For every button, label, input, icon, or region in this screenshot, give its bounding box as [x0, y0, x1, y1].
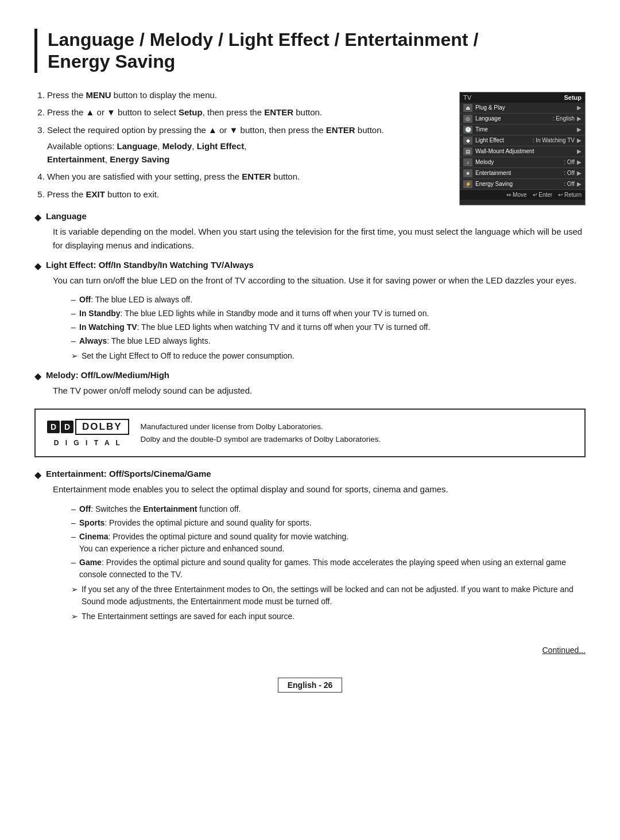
note-arrow-icon-2: ➢ — [71, 584, 78, 596]
step-5: Press the EXIT button to exit. — [47, 188, 442, 201]
light-effect-note: ➢ Set the Light Effect to Off to reduce … — [53, 350, 586, 362]
menu-row-light-effect: ◆ Light Effect : In Watching TV ▶ — [460, 135, 585, 146]
list-item: Game: Provides the optimal picture and s… — [71, 557, 586, 581]
step-1: Press the MENU button to display the men… — [47, 89, 442, 102]
note-arrow-icon-3: ➢ — [71, 610, 78, 623]
dolby-logo: D D DOLBY D I G I T A L — [47, 419, 129, 447]
page-title: Language / Melody / Light Effect / Enter… — [34, 29, 586, 73]
list-item: In Standby: The blue LED lights while in… — [71, 308, 586, 320]
dolby-double-d: D D — [47, 421, 73, 433]
entertainment-icon: ★ — [463, 169, 472, 177]
tv-menu-header: TV Setup — [460, 92, 585, 103]
dolby-wordmark: DOLBY — [75, 419, 129, 435]
menu-row-plug-play: ⏏ Plug & Play ▶ — [460, 103, 585, 114]
list-item: In Watching TV: The blue LED lights when… — [71, 321, 586, 333]
language-title: Language — [46, 211, 87, 221]
entertainment-intro: Entertainment mode enables you to select… — [53, 483, 586, 496]
list-item: Always: The blue LED always lights. — [71, 335, 586, 347]
list-item: Cinema: Provides the optimal picture and… — [71, 531, 586, 555]
page-number: English - 26 — [278, 678, 343, 693]
tv-menu-screenshot: TV Setup ⏏ Plug & Play ▶ ◎ Language : En… — [459, 92, 586, 206]
melody-icon: ♪ — [463, 158, 472, 166]
dolby-description: Manufactured under license from Dolby La… — [141, 421, 381, 445]
dolby-digital-text: D I G I T A L — [54, 439, 122, 447]
list-item: Off: Switches the Entertainment function… — [71, 503, 586, 515]
wall-mount-icon: ▤ — [463, 147, 472, 155]
entertainment-section: ◆ Entertainment: Off/Sports/Cinema/Game … — [34, 469, 586, 622]
menu-row-energy-saving: ⚡ Energy Saving : Off ▶ — [460, 179, 585, 190]
entertainment-note-1: ➢ If you set any of the three Entertainm… — [53, 584, 586, 608]
list-item: Sports: Provides the optimal picture and… — [71, 517, 586, 529]
step-2: Press the ▲ or ▼ button to select Setup,… — [47, 106, 442, 119]
step-4: When you are satisfied with your setting… — [47, 170, 442, 184]
light-effect-title: Light Effect: Off/In Standby/In Watching… — [46, 260, 254, 270]
diamond-icon-2: ◆ — [34, 260, 41, 271]
energy-saving-icon: ⚡ — [463, 180, 472, 188]
menu-row-entertainment: ★ Entertainment : Off ▶ — [460, 168, 585, 179]
tv-menu-footer: ⇔ Move ↵ Enter ↩ Return — [460, 190, 585, 200]
language-icon: ◎ — [463, 115, 472, 123]
note-arrow-icon: ➢ — [71, 350, 78, 362]
instructions-section: Press the MENU button to display the men… — [34, 89, 442, 206]
language-section: ◆ Language It is variable depending on t… — [34, 211, 586, 252]
diamond-icon-4: ◆ — [34, 469, 41, 480]
melody-title: Melody: Off/Low/Medium/High — [46, 370, 169, 380]
light-effect-icon: ◆ — [463, 137, 472, 145]
step-3: Select the required option by pressing t… — [47, 124, 442, 166]
light-effect-section: ◆ Light Effect: Off/In Standby/In Watchi… — [34, 260, 586, 362]
menu-row-time: 🕐 Time ▶ — [460, 125, 585, 135]
entertainment-title: Entertainment: Off/Sports/Cinema/Game — [46, 469, 211, 479]
menu-row-melody: ♪ Melody : Off ▶ — [460, 157, 585, 168]
diamond-icon: ◆ — [34, 212, 41, 223]
language-body: It is variable depending on the model. W… — [34, 225, 586, 252]
melody-body: The TV power on/off melody sound can be … — [53, 384, 586, 397]
page-footer: English - 26 — [34, 672, 586, 693]
melody-section: ◆ Melody: Off/Low/Medium/High The TV pow… — [34, 370, 586, 397]
continued-text: Continued... — [34, 645, 586, 655]
light-effect-intro: You can turn on/off the blue LED on the … — [53, 274, 586, 287]
light-effect-list: Off: The blue LED is always off. In Stan… — [53, 294, 586, 347]
menu-row-language: ◎ Language : English ▶ — [460, 114, 585, 125]
menu-row-wall-mount: ▤ Wall-Mount Adjustment ▶ — [460, 146, 585, 157]
time-icon: 🕐 — [463, 126, 472, 134]
entertainment-note-2: ➢ The Entertainment settings are saved f… — [53, 610, 586, 623]
dolby-box: D D DOLBY D I G I T A L Manufactured und… — [34, 409, 586, 457]
diamond-icon-3: ◆ — [34, 371, 41, 382]
list-item: Off: The blue LED is always off. — [71, 294, 586, 306]
plug-play-icon: ⏏ — [463, 104, 472, 112]
entertainment-list: Off: Switches the Entertainment function… — [53, 503, 586, 581]
